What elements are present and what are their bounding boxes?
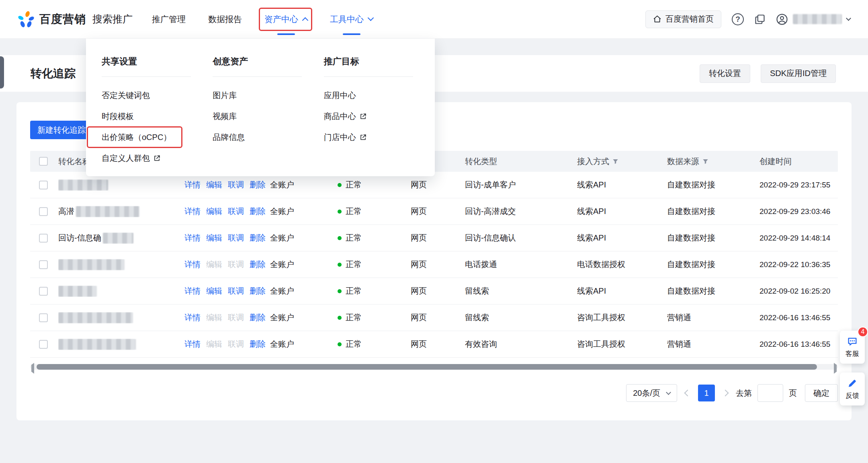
row-checkbox[interactable]: [39, 340, 48, 349]
action-link[interactable]: 删除: [250, 339, 266, 350]
page-size-select[interactable]: 20条/页: [626, 384, 677, 402]
menu-item-list: 否定关键词包时段模板出价策略（oCPC）自定义人群包: [102, 85, 192, 169]
action-link[interactable]: 联调: [228, 339, 244, 350]
status-text: 正常: [346, 259, 362, 270]
row-checkbox[interactable]: [39, 234, 48, 243]
sdk-app-id-button[interactable]: SDK应用ID管理: [761, 64, 836, 83]
menu-item[interactable]: 商品中心: [324, 106, 415, 127]
menu-item-label: 商品中心: [324, 111, 356, 122]
action-link[interactable]: 删除: [250, 206, 266, 217]
action-link[interactable]: 联调: [228, 206, 244, 217]
filter-icon[interactable]: [702, 158, 708, 165]
access-method-cell: 线索API: [577, 179, 667, 190]
goto-confirm-button[interactable]: 确定: [805, 384, 838, 402]
action-link[interactable]: 编辑: [206, 179, 222, 190]
conversion-name-cell: [58, 312, 184, 323]
page-size-value: 20条/页: [633, 388, 660, 399]
row-checkbox[interactable]: [39, 181, 48, 189]
row-actions: 详情编辑联调删除: [184, 259, 270, 270]
top-navigation-bar: 百度营销 搜索推广 推广管理数据报告资产中心工具中心 百度营销首页 ?: [0, 0, 868, 39]
action-link[interactable]: 编辑: [206, 286, 222, 296]
active-tab-underline: [343, 33, 360, 35]
action-link[interactable]: 删除: [250, 312, 266, 323]
chevron-down-icon: [666, 390, 671, 395]
action-link[interactable]: 删除: [250, 259, 266, 270]
column-header-0: [30, 157, 58, 166]
nav-item-4[interactable]: 工具中心: [329, 0, 374, 39]
action-link[interactable]: 删除: [250, 286, 266, 296]
menu-item[interactable]: 图片库: [213, 85, 303, 106]
select-all-checkbox[interactable]: [39, 157, 48, 166]
current-page-button[interactable]: 1: [698, 385, 715, 401]
menu-item[interactable]: 时段模板: [102, 106, 192, 127]
row-actions: 详情编辑联调删除: [184, 233, 270, 243]
prev-page-button[interactable]: [684, 390, 691, 397]
action-link[interactable]: 删除: [250, 179, 266, 190]
nav-item-2[interactable]: 数据报告: [207, 0, 243, 39]
status-dot: [338, 263, 342, 267]
action-link[interactable]: 编辑: [206, 259, 222, 270]
customer-service-button[interactable]: 4 客服: [840, 331, 865, 364]
action-link[interactable]: 详情: [184, 179, 201, 190]
action-link[interactable]: 详情: [184, 312, 201, 323]
scrollbar-thumb[interactable]: [37, 364, 817, 370]
scroll-right-icon[interactable]: [834, 365, 837, 372]
column-header-label: 数据来源: [667, 156, 699, 167]
status-dot: [338, 342, 342, 346]
filter-icon[interactable]: [612, 158, 618, 165]
action-link[interactable]: 联调: [228, 179, 244, 190]
account-menu[interactable]: [776, 13, 850, 25]
access-method-cell: 电话数据授权: [577, 259, 667, 270]
next-page-button[interactable]: [722, 390, 729, 397]
menu-item[interactable]: 应用中心: [324, 85, 415, 106]
action-link[interactable]: 详情: [184, 206, 201, 217]
scope-cell: 全账户: [270, 286, 338, 296]
redacted-name: [58, 179, 108, 191]
action-link[interactable]: 联调: [228, 259, 244, 270]
scroll-left-icon[interactable]: [31, 365, 34, 372]
menu-item[interactable]: 门店中心: [324, 127, 415, 148]
side-drawer-handle[interactable]: [0, 56, 4, 88]
row-checkbox[interactable]: [39, 287, 48, 296]
action-link[interactable]: 编辑: [206, 312, 222, 323]
row-checkbox[interactable]: [39, 260, 48, 269]
action-link[interactable]: 删除: [250, 233, 266, 243]
menu-item[interactable]: 出价策略（oCPC）: [102, 127, 192, 148]
action-link[interactable]: 编辑: [206, 339, 222, 350]
action-link[interactable]: 详情: [184, 286, 201, 296]
topbar-right: 百度营销首页 ?: [645, 10, 850, 28]
row-checkbox[interactable]: [39, 313, 48, 322]
scope-cell: 全账户: [270, 233, 338, 243]
feedback-button[interactable]: 反馈: [840, 372, 865, 405]
goto-page-input[interactable]: [757, 384, 783, 402]
action-link[interactable]: 联调: [228, 312, 244, 323]
target-cell: 网页: [411, 312, 465, 323]
menu-item[interactable]: 自定义人群包: [102, 148, 192, 169]
horizontal-scrollbar[interactable]: [30, 364, 838, 370]
new-conversion-button[interactable]: 新建转化追踪: [30, 121, 93, 139]
action-link[interactable]: 编辑: [206, 206, 222, 217]
nav-item-1[interactable]: 推广管理: [151, 0, 186, 39]
menu-column-3: 推广目标应用中心商品中心门店中心: [324, 39, 415, 176]
copy-icon[interactable]: [754, 14, 766, 25]
action-link[interactable]: 详情: [184, 259, 201, 270]
nav-item-3[interactable]: 资产中心: [264, 0, 308, 39]
marketing-home-button[interactable]: 百度营销首页: [645, 10, 721, 28]
action-link[interactable]: 联调: [228, 286, 244, 296]
menu-item[interactable]: 视频库: [213, 106, 303, 127]
status-text: 正常: [346, 286, 362, 296]
redacted-name: [58, 286, 97, 297]
action-link[interactable]: 编辑: [206, 233, 222, 243]
action-link[interactable]: 详情: [184, 339, 201, 350]
notification-badge: 4: [858, 327, 868, 337]
action-link[interactable]: 联调: [228, 233, 244, 243]
conversion-settings-button[interactable]: 转化设置: [700, 64, 750, 83]
menu-item[interactable]: 否定关键词包: [102, 85, 192, 106]
baidu-marketing-logo[interactable]: 百度营销 搜索推广: [18, 11, 133, 28]
action-link[interactable]: 详情: [184, 233, 201, 243]
row-checkbox[interactable]: [39, 207, 48, 216]
conversion-table: 转化名称标转化类型接入方式数据来源创建时间 详情编辑联调删除全账户正常网页回访-…: [30, 151, 838, 358]
menu-item[interactable]: 品牌信息: [213, 127, 303, 148]
help-icon[interactable]: ?: [732, 13, 744, 25]
data-source-cell: 自建数据对接: [667, 259, 760, 270]
